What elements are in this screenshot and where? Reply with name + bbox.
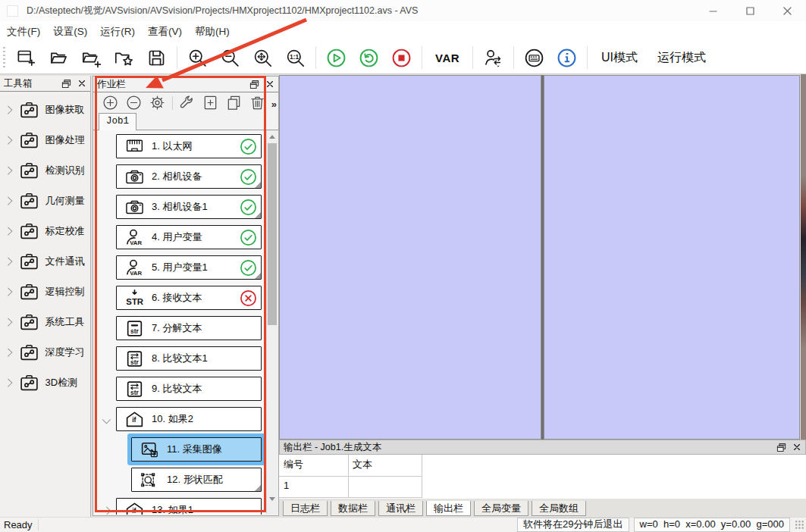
job-item-6[interactable]: STR6. 接收文本 bbox=[116, 286, 262, 310]
add-job-button[interactable] bbox=[102, 94, 119, 111]
resize-grip[interactable] bbox=[795, 520, 804, 530]
open-folder-button[interactable] bbox=[42, 44, 75, 71]
job-item-label: 1. 以太网 bbox=[152, 139, 192, 153]
ethernet-icon bbox=[117, 137, 152, 156]
expand-icon[interactable] bbox=[4, 318, 12, 327]
var-button[interactable]: VAR bbox=[426, 52, 469, 64]
save-button[interactable] bbox=[140, 44, 173, 71]
stop-button[interactable] bbox=[385, 44, 418, 71]
sidebar-item-10[interactable]: 3D检测 bbox=[0, 368, 90, 398]
sidebar-item-1[interactable]: 图像获取 bbox=[0, 95, 90, 125]
copy-step-button[interactable] bbox=[225, 94, 243, 111]
close-panel-icon[interactable] bbox=[792, 443, 801, 452]
image-viewport-right[interactable] bbox=[544, 75, 800, 440]
job-item-7[interactable]: str7. 分解文本 bbox=[116, 316, 262, 340]
expand-icon[interactable] bbox=[4, 227, 12, 236]
job-item-9[interactable]: str9. 比较文本 bbox=[116, 377, 262, 401]
shape-match-icon bbox=[132, 471, 167, 490]
job-item-2[interactable]: 2. 相机设备 bbox=[116, 164, 262, 189]
menu-item-2[interactable]: 设置(S) bbox=[53, 25, 87, 39]
job-item-3[interactable]: 3. 相机设备1 bbox=[116, 195, 262, 219]
expand-icon[interactable] bbox=[4, 167, 12, 175]
zoom-fit-button[interactable] bbox=[246, 44, 279, 71]
expand-icon[interactable] bbox=[4, 349, 12, 357]
expand-icon[interactable] bbox=[4, 136, 12, 145]
menu-item-4[interactable]: 查看(V) bbox=[148, 25, 182, 39]
new-file-button[interactable] bbox=[10, 44, 42, 71]
sidebar-item-label: 逻辑控制 bbox=[45, 285, 85, 299]
open-folder-add-button[interactable] bbox=[75, 44, 108, 71]
bottom-tab-4[interactable]: 输出栏 bbox=[426, 501, 471, 516]
job-list-scrollbar[interactable] bbox=[266, 130, 278, 515]
bottom-tab-1[interactable]: 日志栏 bbox=[283, 501, 328, 516]
close-panel-icon[interactable] bbox=[77, 79, 86, 88]
run-mode-button[interactable]: 运行模式 bbox=[648, 50, 716, 66]
job-item-label: 13. 如果1 bbox=[152, 503, 193, 515]
toolbar-overflow-icon[interactable]: » bbox=[271, 99, 277, 110]
float-panel-icon[interactable] bbox=[776, 443, 786, 452]
bottom-tab-5[interactable]: 全局变量 bbox=[474, 501, 528, 516]
job-item-12[interactable]: 12. 形状匹配 bbox=[131, 468, 262, 492]
scrollbar-thumb[interactable] bbox=[268, 143, 277, 325]
minimize-icon[interactable] bbox=[695, 0, 732, 21]
menu-item-3[interactable]: 运行(R) bbox=[100, 25, 135, 39]
expand-icon[interactable] bbox=[102, 506, 111, 515]
toolbox-icon bbox=[18, 221, 40, 242]
menu-item-5[interactable]: 帮助(H) bbox=[195, 25, 230, 39]
info-button[interactable] bbox=[550, 44, 583, 71]
tool-config-button[interactable] bbox=[178, 94, 196, 111]
sidebar-item-5[interactable]: 标定校准 bbox=[0, 216, 90, 246]
loop-run-button[interactable] bbox=[353, 44, 385, 71]
float-panel-icon[interactable] bbox=[61, 79, 71, 89]
user-switch-button[interactable] bbox=[477, 44, 510, 71]
sidebar-item-9[interactable]: 深度学习 bbox=[0, 337, 90, 368]
bottom-tab-6[interactable]: 全局数组 bbox=[532, 501, 586, 516]
add-step-button[interactable] bbox=[202, 94, 219, 111]
job-item-8[interactable]: str8. 比较文本1 bbox=[116, 346, 262, 371]
scroll-up-icon[interactable] bbox=[267, 131, 278, 142]
job-item-13[interactable]: if13. 如果1 bbox=[116, 498, 262, 515]
delete-step-button[interactable] bbox=[249, 94, 266, 111]
job-settings-button[interactable] bbox=[149, 94, 166, 111]
toolbox-icon bbox=[18, 312, 40, 333]
image-viewport-left[interactable] bbox=[279, 75, 541, 440]
expand-icon[interactable] bbox=[4, 258, 12, 266]
ui-mode-button[interactable]: UI模式 bbox=[591, 50, 648, 66]
expand-icon[interactable] bbox=[4, 288, 12, 296]
job-item-10[interactable]: if10. 如果2 bbox=[116, 407, 262, 431]
zoom-1-1-button[interactable]: 1:1 bbox=[279, 44, 312, 71]
close-icon[interactable] bbox=[769, 0, 806, 21]
toolbar-separator bbox=[472, 46, 473, 69]
zoom-out-button[interactable] bbox=[214, 44, 246, 71]
remove-job-button[interactable] bbox=[125, 94, 143, 111]
expand-icon[interactable] bbox=[4, 106, 12, 114]
job-item-5[interactable]: VAR5. 用户变量1 bbox=[116, 255, 262, 280]
job-item-4[interactable]: VAR4. 用户变量 bbox=[116, 225, 262, 249]
keyboard-button[interactable] bbox=[518, 44, 550, 71]
bottom-tab-3[interactable]: 通讯栏 bbox=[378, 501, 423, 516]
bottom-tab-2[interactable]: 数据栏 bbox=[331, 501, 375, 516]
sidebar-item-3[interactable]: 检测识别 bbox=[0, 155, 90, 186]
sidebar-item-7[interactable]: 逻辑控制 bbox=[0, 277, 90, 307]
expand-icon[interactable] bbox=[4, 379, 12, 387]
sidebar-item-6[interactable]: 文件通讯 bbox=[0, 246, 90, 277]
expand-icon[interactable] bbox=[4, 197, 12, 205]
compare-text-icon: str bbox=[117, 349, 152, 368]
zoom-in-button[interactable] bbox=[181, 44, 214, 71]
job-item-11[interactable]: 11. 采集图像 bbox=[131, 437, 262, 462]
sidebar-item-4[interactable]: 几何测量 bbox=[0, 186, 90, 216]
job-tab[interactable]: Job1 bbox=[99, 113, 136, 130]
run-button[interactable] bbox=[320, 44, 353, 71]
scroll-down-icon[interactable] bbox=[267, 493, 278, 505]
toolbar-separator bbox=[177, 46, 177, 69]
sidebar-item-8[interactable]: 系统工具 bbox=[0, 307, 90, 337]
maximize-icon[interactable] bbox=[732, 0, 769, 21]
job-item-1[interactable]: 1. 以太网 bbox=[116, 134, 262, 158]
toolbar-grip[interactable] bbox=[3, 47, 5, 68]
menu-item-1[interactable]: 文件(F) bbox=[7, 25, 40, 39]
sidebar-item-2[interactable]: 图像处理 bbox=[0, 125, 90, 155]
close-panel-icon[interactable] bbox=[265, 80, 274, 89]
collapse-icon[interactable] bbox=[102, 415, 111, 424]
float-panel-icon[interactable] bbox=[249, 80, 259, 89]
open-folder-star-button[interactable] bbox=[108, 44, 140, 71]
